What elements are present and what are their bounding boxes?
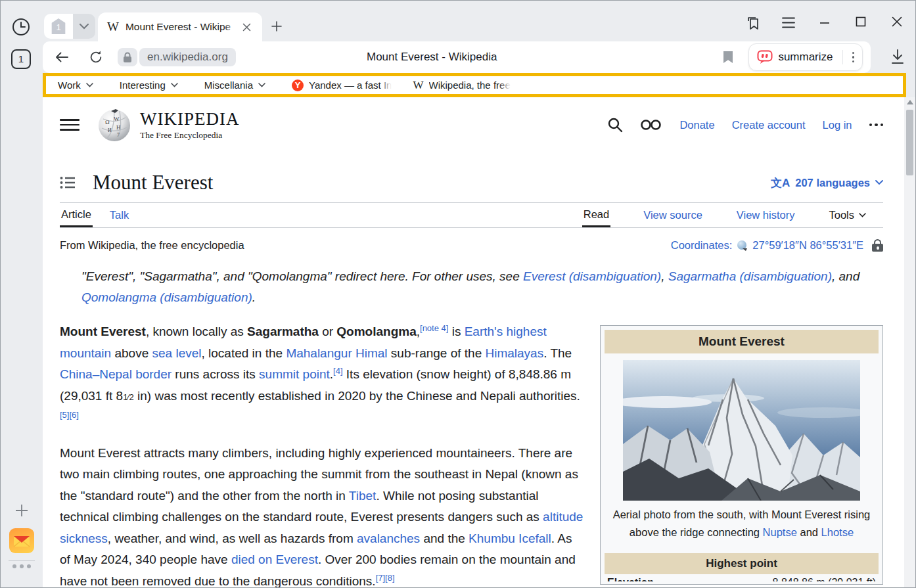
tab-article[interactable]: Article: [60, 203, 93, 227]
page-scrollbar[interactable]: [904, 97, 915, 587]
lock-icon: [123, 52, 132, 63]
wikipedia-favicon: W: [107, 20, 119, 34]
summarize-menu-icon[interactable]: [848, 48, 859, 67]
svg-text:W: W: [114, 116, 120, 122]
bookmarks-bar-highlighted: Work Interesting Miscellania Y Yandex — …: [43, 73, 906, 97]
user-menu-icon[interactable]: [869, 124, 884, 127]
infobox-clipped-row: Elevation 8,848.86 m (29,031 ft): [607, 577, 876, 581]
yandex-favicon: Y: [292, 79, 304, 91]
bookmarks-panel-icon[interactable]: [744, 15, 762, 32]
sidebar-tab-count-button[interactable]: 1: [11, 49, 31, 69]
infobox-caption: Aerial photo from the south, with Mount …: [603, 501, 880, 548]
bookmark-folder-work[interactable]: Work: [58, 79, 93, 91]
browser-sidebar: 1: [1, 1, 43, 587]
wordmark-text: WIKIPEDIA: [140, 109, 239, 129]
tab-count-badge: 1: [51, 18, 66, 34]
scrollbar-up-arrow[interactable]: [907, 100, 913, 104]
wikipedia-favicon: W: [413, 79, 423, 92]
coordinates-value-link[interactable]: 27°59′18″N 86°55′31″E: [752, 239, 863, 252]
infobox-section-highest-point: Highest point: [605, 553, 879, 574]
downloads-icon[interactable]: [889, 48, 906, 65]
tab-title: Mount Everest - Wikipe: [126, 21, 239, 33]
everest-photo[interactable]: [623, 360, 860, 501]
scrollbar-thumb[interactable]: [906, 110, 913, 175]
wikipedia-logo[interactable]: Ω W H И 7 WIKIPEDIA The Free Encyclopedi…: [97, 107, 239, 143]
from-wikipedia-text: From Wikipedia, the free encyclopedia: [60, 239, 244, 252]
bookmark-link-yandex[interactable]: Y Yandex — a fast In: [292, 79, 392, 91]
toc-icon[interactable]: [60, 176, 76, 189]
window-maximize-icon[interactable]: [856, 16, 866, 27]
main-menu-icon[interactable]: [60, 113, 80, 137]
bookmark-folder-interesting[interactable]: Interesting: [120, 79, 178, 91]
languages-label: 207 languages: [795, 177, 870, 189]
sidebar-divider: [9, 560, 35, 561]
infinity-icon[interactable]: [640, 119, 662, 131]
bookmark-label: Yandex — a fast In: [309, 79, 392, 91]
clipped-row-value: 8,848.86 m (29,031 ft): [773, 577, 876, 581]
sidebar-add-icon[interactable]: [12, 501, 31, 520]
pill-divider: [842, 50, 843, 64]
address-bar-page-title[interactable]: Mount Everest - Wikipedia: [367, 51, 497, 64]
language-icon: 文A: [771, 175, 790, 191]
sidebar-more-icon[interactable]: [12, 564, 31, 568]
chevron-down-icon: [171, 83, 178, 87]
wikipedia-globe-icon: Ω W H И 7: [97, 107, 132, 143]
infobox-title: Mount Everest: [605, 330, 879, 353]
tab-read[interactable]: Read: [582, 203, 610, 227]
infobox: Mount Everest: [600, 325, 883, 585]
site-security-button[interactable]: [118, 48, 137, 66]
donate-link[interactable]: Donate: [679, 119, 714, 131]
hatnote: "Everest", "Sagarmatha", and "Qomolangma…: [81, 266, 883, 308]
article-title-row: Mount Everest 文A 207 languages: [60, 171, 883, 203]
summarize-button[interactable]: summarize: [748, 43, 863, 71]
chevron-down-icon: [258, 83, 265, 87]
page-title: Mount Everest: [93, 171, 213, 194]
svg-text:И: И: [108, 127, 112, 133]
article-byline: From Wikipedia, the free encyclopedia Co…: [60, 239, 883, 252]
tab-view-history[interactable]: View history: [735, 203, 796, 227]
bookmark-folder-miscellania[interactable]: Miscellania: [204, 79, 265, 91]
new-tab-button[interactable]: [267, 17, 286, 35]
window-minimize-icon[interactable]: [819, 22, 830, 24]
tab-group-chevron-icon[interactable]: [73, 14, 95, 39]
bookmark-label: Wikipedia, the free: [429, 79, 511, 91]
wikipedia-header: Ω W H И 7 WIKIPEDIA The Free Encyclopedi…: [60, 105, 883, 145]
login-link[interactable]: Log in: [823, 119, 852, 131]
bookmark-flag-icon[interactable]: [722, 51, 734, 64]
reload-icon[interactable]: [85, 46, 107, 68]
coordinates-label-link[interactable]: Coordinates:: [671, 239, 733, 252]
browser-window: 1 1 W Mount Everest - Wikipe: [0, 0, 916, 588]
page-protection-lock-icon[interactable]: [872, 239, 883, 252]
search-icon[interactable]: [607, 117, 623, 133]
tab-group-count-button[interactable]: 1: [44, 14, 73, 39]
browser-menu-icon[interactable]: [781, 17, 796, 28]
languages-button[interactable]: 文A 207 languages: [771, 175, 883, 191]
chevron-down-icon: [859, 213, 866, 217]
yandex-mail-icon[interactable]: [9, 528, 34, 553]
globe-icon[interactable]: [737, 240, 748, 251]
chevron-down-icon: [875, 180, 883, 185]
active-tab[interactable]: W Mount Everest - Wikipe: [98, 12, 262, 41]
create-account-link[interactable]: Create account: [732, 119, 806, 131]
svg-text:Ω: Ω: [105, 119, 110, 125]
url-field[interactable]: en.wikipedia.org: [139, 48, 236, 66]
bookmark-folder-label: Interesting: [120, 79, 166, 91]
tab-talk[interactable]: Talk: [108, 203, 130, 227]
web-content: Ω W H И 7 WIKIPEDIA The Free Encyclopedi…: [43, 97, 905, 587]
tab-group-control: 1: [44, 14, 95, 39]
tab-view-source[interactable]: View source: [642, 203, 704, 227]
history-clock-icon[interactable]: [11, 16, 32, 37]
bookmark-link-wikipedia[interactable]: W Wikipedia, the free: [413, 79, 510, 92]
bookmark-folder-label: Miscellania: [204, 79, 253, 91]
window-close-icon[interactable]: [892, 16, 902, 27]
tools-label: Tools: [829, 209, 854, 221]
clipped-row-label: Elevation: [607, 577, 654, 581]
article-tabs: Article Talk Read View source View histo…: [60, 203, 883, 228]
tab-tools[interactable]: Tools: [827, 203, 867, 227]
summarize-label: summarize: [778, 51, 833, 64]
address-bar: en.wikipedia.org Mount Everest - Wikiped…: [43, 41, 871, 73]
svg-text:H: H: [116, 124, 121, 131]
bookmark-folder-label: Work: [58, 79, 81, 91]
back-icon[interactable]: [51, 46, 73, 68]
tab-close-icon[interactable]: [242, 23, 251, 32]
